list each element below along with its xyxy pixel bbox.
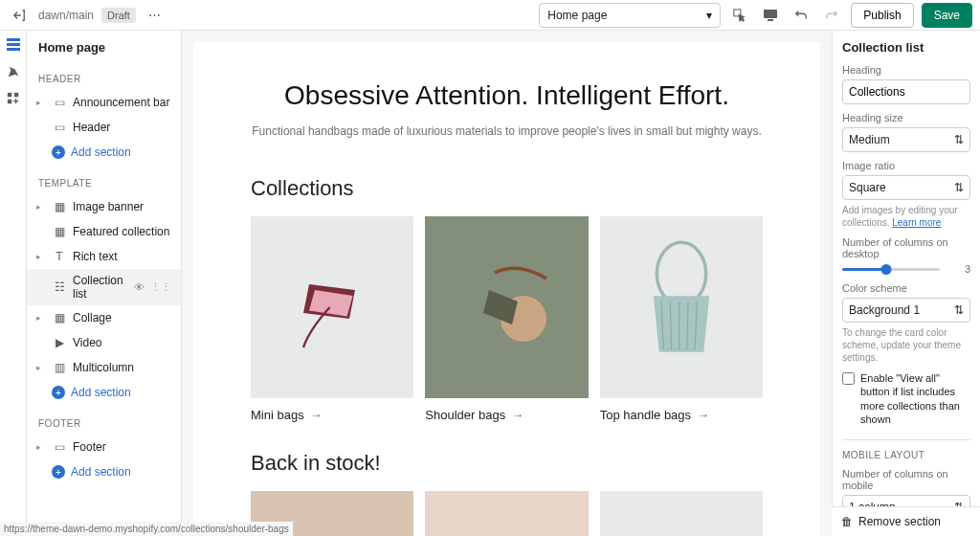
collection-card[interactable]: Top handle bags→ [600, 216, 763, 422]
sidebar-item-video[interactable]: ▶Video [27, 330, 181, 355]
sections-icon[interactable] [5, 36, 22, 54]
heading-size-label: Heading size [842, 112, 970, 123]
announcement-icon: ▭ [52, 95, 67, 110]
footer-icon: ▭ [52, 439, 67, 455]
collection-card[interactable]: Shoulder bags→ [425, 216, 588, 422]
hero-subtitle: Functional handbags made of luxurious ma… [251, 124, 763, 138]
columns-icon: ▥ [52, 360, 67, 375]
cols-mobile-label: Number of columns on mobile [842, 468, 970, 491]
plus-icon: + [52, 465, 65, 479]
svg-point-10 [657, 242, 705, 304]
group-label-header: HEADER [27, 68, 181, 90]
card-label: Mini bags [251, 408, 304, 422]
eye-icon[interactable]: 👁 [134, 281, 145, 293]
arrow-icon: → [310, 408, 323, 422]
trash-icon: 🗑 [841, 515, 853, 528]
mobile-section-label: MOBILE LAYOUT [842, 439, 970, 460]
list-icon: ☷ [52, 279, 67, 295]
redo-icon[interactable] [820, 4, 843, 27]
desktop-view-icon[interactable] [759, 4, 782, 27]
page-selector[interactable]: Home page ▾ [539, 3, 721, 28]
cols-desktop-label: Number of columns on desktop [842, 236, 970, 259]
page-title: Home page [27, 31, 181, 64]
heading-size-select[interactable]: Medium⇅ [842, 127, 970, 152]
inspector-icon[interactable] [728, 4, 751, 27]
color-hint: To change the card color scheme, update … [842, 326, 970, 364]
arrow-icon: → [511, 408, 523, 422]
cols-desktop-slider[interactable] [842, 268, 940, 271]
publish-button[interactable]: Publish [851, 3, 913, 28]
tool-rail [0, 31, 27, 536]
image-ratio-select[interactable]: Square⇅ [842, 175, 970, 200]
sidebar-item-collection-list[interactable]: ☷Collection list👁⋮⋮ [27, 269, 181, 305]
viewall-checkbox[interactable]: Enable "View all" button if list include… [842, 371, 970, 426]
preview-area: Obsessive Attention. Intelligent Effort.… [182, 31, 832, 536]
select-arrow-icon: ⇅ [954, 133, 964, 146]
video-icon: ▶ [52, 335, 67, 350]
header-icon: ▭ [52, 120, 67, 135]
text-icon: T [52, 249, 67, 264]
image-hint: Add images by editing your collections. … [842, 204, 970, 229]
page-selector-value: Home page [547, 9, 607, 22]
card-image [425, 216, 588, 398]
chevron-right-icon: ▸ [36, 98, 46, 107]
sidebar-item-multicolumn[interactable]: ▸▥Multicolumn [27, 355, 181, 380]
sidebar-item-header[interactable]: ▭Header [27, 115, 181, 140]
collection-card[interactable]: Mini bags→ [251, 216, 413, 422]
arrow-icon: → [697, 408, 709, 422]
card-image [600, 491, 763, 536]
collage-icon: ▦ [52, 310, 67, 325]
remove-section-button[interactable]: 🗑 Remove section [832, 506, 980, 536]
heading-label: Heading [842, 64, 970, 76]
status-badge: Draft [101, 8, 136, 23]
add-section-template[interactable]: +Add section [27, 380, 181, 405]
svg-rect-4 [7, 43, 20, 46]
apps-icon[interactable] [5, 90, 22, 107]
status-bar-url: https://theme-dawn-demo.myshopify.com/co… [0, 522, 293, 536]
preview-canvas: Obsessive Attention. Intelligent Effort.… [193, 42, 820, 536]
drag-handle-icon[interactable]: ⋮⋮ [150, 281, 171, 294]
chevron-right-icon: ▸ [36, 202, 46, 212]
topbar: dawn/main Draft ⋯ Home page ▾ Publish Sa… [0, 0, 980, 31]
sections-sidebar: Home page HEADER ▸▭Announcement bar ▭Hea… [27, 31, 182, 536]
image-ratio-label: Image ratio [842, 160, 970, 171]
save-button[interactable]: Save [922, 3, 972, 28]
collections-heading: Collections [251, 176, 763, 201]
card-label: Shoulder bags [425, 408, 505, 422]
exit-icon[interactable] [8, 4, 31, 27]
plus-icon: + [52, 145, 65, 159]
back-in-stock-heading: Back in stock! [251, 451, 763, 476]
sidebar-item-rich-text[interactable]: ▸TRich text [27, 244, 181, 269]
card-image [251, 216, 413, 398]
group-label-template: TEMPLATE [27, 172, 181, 194]
learn-more-link[interactable]: Learn more [892, 217, 941, 228]
color-scheme-label: Color scheme [842, 282, 970, 294]
sidebar-item-featured-collection[interactable]: ▦Featured collection [27, 219, 181, 244]
more-icon[interactable]: ⋯ [144, 4, 167, 27]
chevron-right-icon: ▸ [36, 442, 46, 452]
product-card[interactable] [600, 491, 763, 536]
svg-rect-3 [7, 38, 20, 41]
chevron-right-icon: ▸ [36, 313, 46, 323]
sidebar-item-announcement[interactable]: ▸▭Announcement bar [27, 90, 181, 115]
properties-panel: Collection list Heading Heading size Med… [832, 31, 980, 536]
chevron-right-icon: ▸ [36, 363, 46, 372]
sidebar-item-footer[interactable]: ▸▭Footer [27, 435, 181, 459]
panel-title: Collection list [842, 40, 970, 55]
color-scheme-select[interactable]: Background 1⇅ [842, 298, 970, 323]
svg-rect-6 [7, 93, 11, 97]
product-card[interactable] [425, 491, 588, 536]
select-arrow-icon: ⇅ [954, 303, 964, 317]
collection-icon: ▦ [52, 224, 67, 239]
svg-rect-1 [764, 10, 777, 18]
undo-icon[interactable] [790, 4, 813, 27]
sidebar-item-image-banner[interactable]: ▸▦Image banner [27, 194, 181, 219]
hero-title: Obsessive Attention. Intelligent Effort. [251, 80, 763, 111]
image-icon: ▦ [52, 199, 67, 214]
heading-input[interactable] [842, 79, 970, 104]
add-section-header[interactable]: +Add section [27, 140, 181, 165]
chevron-right-icon: ▸ [36, 252, 46, 261]
sidebar-item-collage[interactable]: ▸▦Collage [27, 305, 181, 330]
add-section-footer[interactable]: +Add section [27, 459, 181, 484]
theme-settings-icon[interactable] [5, 63, 22, 80]
